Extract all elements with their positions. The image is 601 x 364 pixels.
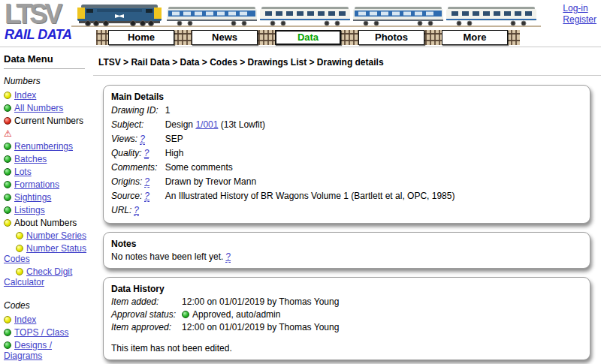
- field-value: High: [165, 146, 455, 161]
- help-link[interactable]: ?: [144, 148, 149, 159]
- coach-graphic: [446, 7, 536, 26]
- sidebar-link-all-numbers[interactable]: All Numbers: [14, 103, 63, 113]
- help-link[interactable]: ?: [140, 134, 145, 145]
- sidebar-section-numbers: Numbers: [4, 76, 90, 86]
- sidebar-item-codes-index: Index: [4, 314, 90, 325]
- sidebar-link-tops-class[interactable]: TOPS / Class: [14, 327, 68, 338]
- field-label-text: Views:: [111, 134, 137, 144]
- sidebar-title: Data Menu: [4, 53, 90, 65]
- sidebar-link-batches[interactable]: Batches: [14, 154, 47, 164]
- sidebar-item-number-status-codes: Number Status Codes: [4, 243, 90, 264]
- status-bullet-green-icon: [4, 329, 11, 336]
- sidebar-item-renumberings: Renumberings: [4, 141, 90, 152]
- nav-button-more[interactable]: More: [442, 30, 508, 45]
- table-row-url: URL:?: [111, 203, 455, 218]
- field-value: Approved, auto/admin: [182, 308, 339, 321]
- status-bullet-green-icon: [4, 155, 11, 163]
- main-details-panel: Main Details Drawing ID: 1 Subject: Desi…: [103, 85, 590, 224]
- table-row-comments: Comments: Some comments: [111, 161, 455, 175]
- table-row-views: Views:? SEP: [111, 132, 455, 146]
- sidebar-link-index[interactable]: Index: [14, 90, 36, 101]
- table-row-drawing-id: Drawing ID: 1: [111, 104, 455, 118]
- sidebar-item-tops-class: TOPS / Class: [4, 327, 90, 338]
- nav-button-home[interactable]: Home: [108, 30, 174, 45]
- nav-button-news[interactable]: News: [192, 30, 258, 45]
- edit-status-text: This item has not been edited.: [111, 343, 582, 354]
- status-bullet-yellow-icon: [16, 268, 23, 275]
- train-banner-image: [71, 0, 541, 30]
- subject-suffix: (13t Lowfit): [218, 119, 265, 130]
- field-label: Views:?: [111, 132, 165, 146]
- help-link[interactable]: ?: [144, 176, 149, 188]
- sidebar-link-number-series[interactable]: Number Series: [26, 230, 86, 241]
- nav-button-data[interactable]: Data: [275, 30, 341, 45]
- notes-empty-message: No notes have been left yet.?: [111, 251, 582, 263]
- sidebar-link-check-digit-calculator[interactable]: Check Digit Calculator: [4, 266, 72, 287]
- panel-title-data-history: Data History: [111, 284, 582, 294]
- help-link[interactable]: ?: [225, 251, 231, 263]
- status-bullet-yellow-icon: [4, 92, 11, 99]
- sidebar-text-current-numbers: Current Numbers: [14, 116, 83, 126]
- field-label: Item added:: [111, 296, 182, 308]
- sidebar-item-index: Index: [4, 90, 90, 101]
- logo-title: LTSV: [5, 1, 74, 28]
- nav-button-photos[interactable]: Photos: [358, 30, 424, 45]
- approved-status-icon: [182, 311, 189, 318]
- sidebar-link-lots[interactable]: Lots: [14, 167, 32, 177]
- sidebar-link-formations[interactable]: Formations: [14, 179, 59, 190]
- status-bullet-green-icon: [4, 206, 11, 214]
- sidebar-item-current-numbers: Current Numbers: [4, 116, 90, 126]
- field-label: Drawing ID:: [111, 104, 165, 118]
- site-logo[interactable]: LTSV RAIL DATA: [5, 1, 74, 41]
- field-label-text: Source:: [111, 191, 142, 201]
- sidebar-item-sightings: Sightings: [4, 192, 90, 203]
- table-row-approval-status: Approval status: Approved, auto/admin: [111, 308, 339, 321]
- coach-graphic: [353, 7, 443, 26]
- notes-panel: Notes No notes have been left yet.?: [103, 232, 590, 269]
- sidebar-link-codes-index[interactable]: Index: [14, 314, 36, 325]
- field-label: Item approved:: [111, 321, 182, 334]
- data-history-panel: Data History Item added: 12:00 on 01/01/…: [103, 277, 590, 360]
- sidebar-item-number-series: Number Series: [4, 230, 90, 241]
- field-value: 12:00 on 01/01/2019 by Thomas Young: [182, 296, 339, 308]
- field-value: 1: [165, 104, 455, 118]
- help-link[interactable]: ?: [134, 205, 139, 216]
- design-code-link[interactable]: 1/001: [195, 119, 218, 130]
- breadcrumb: LTSV > Rail Data > Data > Codes > Drawin…: [98, 57, 601, 68]
- logo-subtitle: RAIL DATA: [5, 28, 74, 41]
- sidebar-item-about-numbers: About Numbers: [4, 218, 90, 228]
- status-bullet-green-icon: [4, 168, 11, 176]
- train-illustration: [71, 0, 541, 30]
- status-bullet-red-icon: [4, 117, 11, 125]
- status-bullet-green-icon: [4, 104, 11, 112]
- field-value: An Illustrated History of BR Wagons Volu…: [165, 189, 455, 203]
- field-label: Subject:: [111, 118, 165, 132]
- field-value: 12:00 on 01/01/2019 by Thomas Young: [182, 321, 339, 334]
- help-link[interactable]: ?: [144, 191, 149, 202]
- data-menu-sidebar: Data Menu Numbers Index All Numbers Curr…: [0, 47, 92, 364]
- status-bullet-green-icon: [4, 194, 11, 201]
- status-bullet-green-icon: [4, 181, 11, 188]
- sidebar-text-about-numbers: About Numbers: [14, 218, 77, 228]
- sidebar-section-codes: Codes: [4, 300, 90, 311]
- table-row-item-approved: Item approved: 12:00 on 01/01/2019 by Th…: [111, 321, 339, 334]
- field-value: Design 1/001 (13t Lowfit): [165, 118, 455, 132]
- register-link[interactable]: Register: [563, 14, 596, 26]
- field-label: Origins:?: [111, 175, 165, 189]
- field-label: Comments:: [111, 161, 165, 175]
- table-row-origins: Origins:? Drawn by Trevor Mann: [111, 175, 455, 189]
- main-navigation: Home News Data Photos More: [96, 30, 520, 45]
- status-bullet-yellow-icon: [4, 316, 11, 323]
- content-area: LTSV > Rail Data > Data > Codes > Drawin…: [92, 47, 601, 364]
- table-row-item-added: Item added: 12:00 on 01/01/2019 by Thoma…: [111, 296, 339, 308]
- sidebar-link-sightings[interactable]: Sightings: [14, 192, 51, 203]
- sidebar-item-batches: Batches: [4, 154, 90, 164]
- sidebar-item-warning: ⚠: [4, 128, 90, 139]
- sidebar-item-formations: Formations: [4, 179, 90, 190]
- sidebar-link-renumberings[interactable]: Renumberings: [14, 141, 73, 152]
- sidebar-link-listings[interactable]: Listings: [14, 205, 45, 215]
- login-link[interactable]: Log-in: [563, 3, 596, 14]
- panel-title-notes: Notes: [111, 239, 582, 249]
- field-label-text: URL:: [111, 205, 131, 215]
- status-bullet-yellow-icon: [4, 219, 11, 227]
